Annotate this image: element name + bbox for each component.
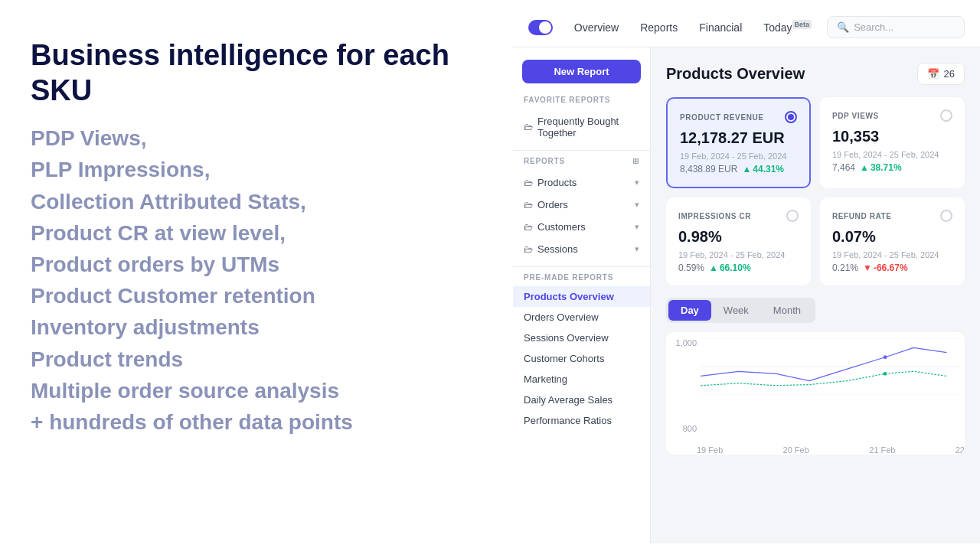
metric-card-revenue[interactable]: PRODUCT REVENUE 12,178.27 EUR 19 Feb, 20…	[666, 97, 811, 188]
nav-overview[interactable]: Overview	[565, 17, 628, 38]
metric-value-impressions: 0.98%	[678, 228, 799, 246]
time-btn-day[interactable]: Day	[668, 300, 711, 321]
metric-card-refund[interactable]: REFUND RATE 0.07% 19 Feb, 2024 - 25 Feb,…	[820, 197, 965, 285]
change-badge-pdp: ▲ 38.71%	[860, 162, 902, 173]
feature-5: Product orders by UTMs	[31, 249, 482, 279]
new-report-button[interactable]: New Report	[522, 60, 641, 83]
premade-reports-label: PRE-MADE REPORTS	[513, 273, 650, 282]
metric-label-pdp: PDP VIEWS	[832, 112, 879, 120]
sidebar-item-customer-cohorts[interactable]: Customer Cohorts	[513, 348, 650, 369]
folder-icon-orders: 🗁	[524, 200, 533, 210]
radio-revenue[interactable]	[785, 111, 797, 123]
feature-4: Product CR at view level,	[31, 218, 482, 248]
feature-9: Multiple order source analysis	[31, 376, 482, 406]
reports-section-label: REPORTS ⊞	[513, 157, 650, 165]
chart-x-label-20feb: 20 Feb	[783, 445, 809, 455]
metric-date-pdp: 19 Feb, 2024 - 25 Feb, 2024	[832, 150, 952, 159]
calendar-icon: 📅	[927, 68, 939, 80]
metric-date-revenue: 19 Feb, 2024 - 25 Feb, 2024	[680, 152, 797, 161]
time-btn-month[interactable]: Month	[761, 300, 813, 321]
date-label: 26	[944, 68, 955, 80]
folder-icon: 🗁	[524, 122, 533, 132]
metric-card-pdp[interactable]: PDP VIEWS 10,353 19 Feb, 2024 - 25 Feb, …	[820, 97, 965, 188]
sidebar-item-marketing[interactable]: Marketing	[513, 369, 650, 390]
chevron-products: ▾	[635, 178, 639, 187]
feature-6: Product Customer retention	[31, 281, 482, 311]
svg-point-3	[884, 355, 887, 359]
toggle-switch[interactable]	[528, 20, 553, 35]
chart-container: 1,000 800 19	[666, 332, 965, 455]
metric-date-refund: 19 Feb, 2024 - 25 Feb, 2024	[832, 250, 952, 259]
nav-financial[interactable]: Financial	[690, 17, 751, 38]
metric-comparison-refund: 0.21% ▼ -66.67%	[832, 262, 952, 273]
chart-x-label-21feb: 21 Feb	[869, 445, 895, 455]
change-badge-revenue: ▲ 44.31%	[742, 164, 784, 174]
sidebar-divider-2	[513, 266, 650, 267]
sidebar-item-sessions-overview[interactable]: Sessions Overview	[513, 328, 650, 348]
content-area: Products Overview 📅 26 PRODUCT REVENUE 1…	[651, 47, 980, 543]
sidebar-item-customers[interactable]: 🗁 Customers ▾	[513, 216, 650, 238]
search-box[interactable]: 🔍 Search...	[827, 16, 965, 38]
feature-2: PLP Impressions,	[31, 155, 482, 184]
metric-date-impressions: 19 Feb, 2024 - 25 Feb, 2024	[678, 250, 799, 259]
nav-links: Overview Reports Financial TodayBeta	[565, 16, 821, 38]
reports-icon: ⊞	[632, 157, 639, 165]
metric-comparison-pdp: 7,464 ▲ 38.71%	[832, 162, 952, 173]
chart-svg	[701, 338, 961, 395]
sidebar-item-performance-ratios[interactable]: Performance Ratios	[513, 410, 650, 431]
metrics-grid: PRODUCT REVENUE 12,178.27 EUR 19 Feb, 20…	[666, 97, 965, 285]
left-panel: Business intelligence for each SKU PDP V…	[0, 0, 513, 551]
sidebar-item-orders[interactable]: 🗁 Orders ▾	[513, 194, 650, 216]
feature-10: + hundreds of other data points	[31, 407, 482, 437]
radio-refund[interactable]	[940, 210, 952, 222]
metric-card-impressions[interactable]: IMPRESSIONS CR 0.98% 19 Feb, 2024 - 25 F…	[666, 197, 811, 285]
search-icon: 🔍	[837, 21, 849, 33]
chevron-customers: ▾	[635, 222, 639, 232]
nav-today[interactable]: TodayBeta	[754, 16, 821, 38]
sidebar-item-orders-overview[interactable]: Orders Overview	[513, 307, 650, 328]
radio-impressions[interactable]	[786, 210, 799, 222]
page-title: Products Overview	[666, 65, 805, 83]
sidebar-item-sessions[interactable]: 🗁 Sessions ▾	[513, 238, 650, 260]
svg-point-4	[884, 372, 887, 376]
folder-icon-customers: 🗁	[524, 222, 533, 233]
search-placeholder: Search...	[854, 21, 893, 33]
sidebar-item-products[interactable]: 🗁 Products ▾	[513, 171, 650, 194]
change-badge-refund: ▼ -66.67%	[863, 262, 908, 273]
metric-comparison-impressions: 0.59% ▲ 66.10%	[678, 262, 799, 273]
metric-label-refund: REFUND RATE	[832, 212, 892, 220]
sidebar-item-frequently-bought[interactable]: 🗁 Frequently Bought Together	[513, 110, 650, 144]
sidebar-divider-1	[513, 150, 650, 151]
chart-y-labels: 1,000 800	[666, 332, 697, 439]
chart-x-label-22: 22	[956, 445, 965, 455]
feature-7: Inventory adjustments	[31, 312, 482, 342]
folder-icon-products: 🗁	[524, 178, 533, 188]
chart-y-label-800: 800	[666, 424, 697, 433]
chevron-orders: ▾	[635, 200, 639, 210]
chart-x-label-19feb: 19 Feb	[697, 445, 723, 455]
metric-value-refund: 0.07%	[832, 228, 952, 246]
metric-label-revenue: PRODUCT REVENUE	[680, 113, 764, 122]
chevron-sessions: ▾	[635, 244, 639, 254]
chart-y-label-1000: 1,000	[666, 338, 697, 347]
feature-3: Collection Attributed Stats,	[31, 187, 482, 217]
favorite-reports-label: FAVORITE REPORTS	[513, 96, 650, 104]
chart-x-labels: 19 Feb 20 Feb 21 Feb 22	[697, 445, 965, 455]
sidebar-item-daily-average[interactable]: Daily Average Sales	[513, 390, 650, 410]
feature-8: Product trends	[31, 344, 482, 374]
main-content: New Report FAVORITE REPORTS 🗁 Frequently…	[513, 47, 980, 543]
radio-pdp[interactable]	[940, 109, 952, 122]
time-btn-week[interactable]: Week	[711, 300, 761, 321]
feature-1: PDP Views,	[31, 123, 482, 153]
sidebar-item-products-overview[interactable]: Products Overview	[513, 286, 650, 307]
change-badge-impressions: ▲ 66.10%	[709, 262, 751, 273]
nav-reports[interactable]: Reports	[631, 17, 687, 38]
sidebar: New Report FAVORITE REPORTS 🗁 Frequently…	[513, 47, 651, 543]
content-header: Products Overview 📅 26	[666, 63, 965, 85]
metric-label-impressions: IMPRESSIONS CR	[678, 212, 751, 220]
date-badge[interactable]: 📅 26	[917, 63, 965, 85]
metric-value-pdp: 10,353	[832, 128, 952, 145]
app-panel: Overview Reports Financial TodayBeta 🔍 S…	[513, 8, 980, 543]
metric-comparison-revenue: 8,438.89 EUR ▲ 44.31%	[680, 164, 797, 174]
main-title: Business intelligence for each SKU	[31, 38, 482, 108]
